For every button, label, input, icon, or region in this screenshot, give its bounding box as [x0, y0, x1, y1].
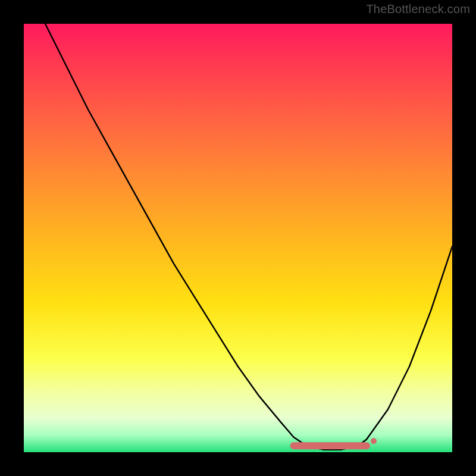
watermark-text: TheBottleneck.com: [366, 2, 470, 16]
chart-overlay: [24, 24, 452, 452]
plot-area: [24, 24, 452, 452]
chart-frame: TheBottleneck.com: [0, 0, 476, 476]
bottleneck-curve: [45, 24, 452, 450]
optimal-range-end-dot: [371, 438, 377, 444]
